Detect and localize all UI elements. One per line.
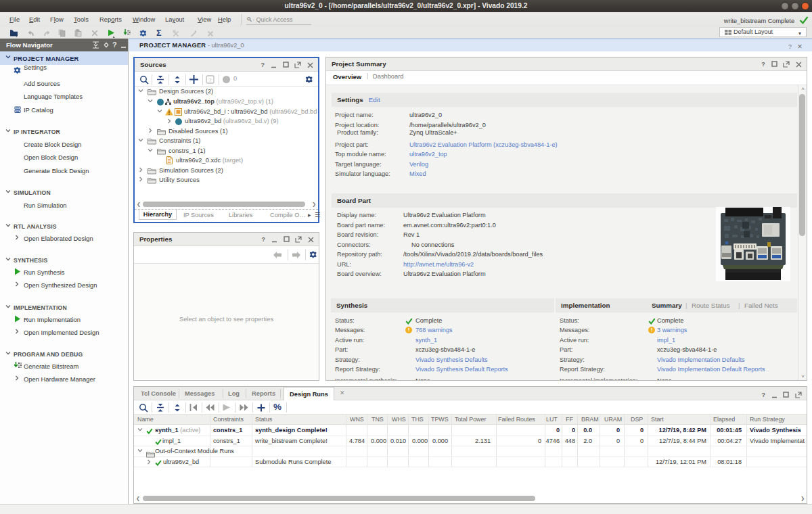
svg-text:?: ? xyxy=(208,77,212,83)
